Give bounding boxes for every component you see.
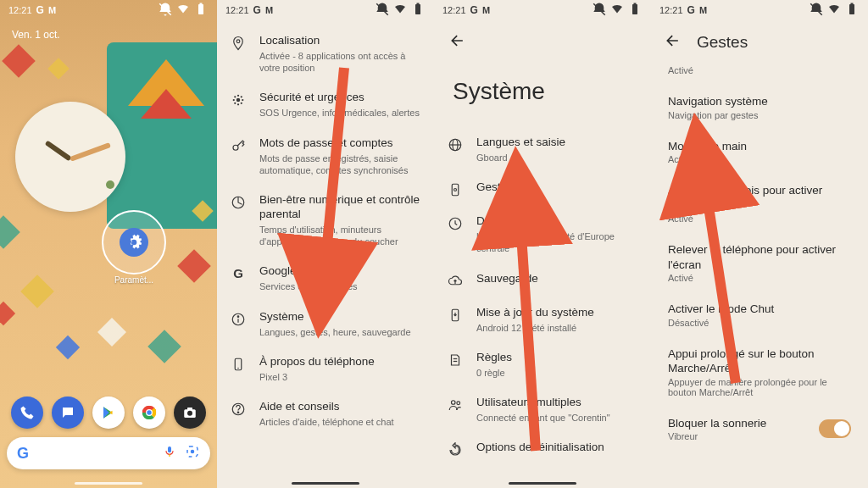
system-row-users[interactable]: Utilisateurs multiplesConnecté en tant q… <box>434 387 651 432</box>
settings-row-passwords[interactable]: Mots de passe et comptesMots de passe en… <box>217 128 434 185</box>
location-icon <box>229 34 248 74</box>
svg-point-20 <box>236 98 241 103</box>
svg-point-22 <box>242 99 243 101</box>
gestes-row-prev[interactable]: Activé <box>651 65 868 85</box>
svg-point-10 <box>187 411 192 416</box>
row-title: Gestes <box>476 180 637 195</box>
google-status-icon: G <box>687 4 695 16</box>
settings-row-location[interactable]: LocalisationActivée - 8 applications ont… <box>217 25 434 82</box>
row-sub: Appuyer de manière prolongée pour le bou… <box>668 377 851 397</box>
system-row-languages[interactable]: Langues et saisieGboard <box>434 127 651 172</box>
row-title: Options de réinitialisation <box>476 441 637 455</box>
google-status-icon: G <box>470 4 478 16</box>
play-store-icon[interactable] <box>92 396 125 429</box>
wellbeing-icon <box>229 193 248 247</box>
row-sub: UTC+02:00 Heure d'été d'Europe centrale <box>476 230 637 255</box>
row-sub: Gboard <box>476 152 637 164</box>
settings-row-system[interactable]: SystèmeLangues, gestes, heure, sauvegard… <box>217 302 434 347</box>
wifi-icon <box>609 2 625 19</box>
svg-point-51 <box>452 401 456 405</box>
svg-point-27 <box>234 103 236 104</box>
settings-app-icon[interactable]: Paramèt... <box>102 210 166 274</box>
chrome-app-icon[interactable] <box>133 396 165 429</box>
home-date[interactable]: Ven. 1 oct. <box>12 29 60 41</box>
gear-icon <box>120 228 148 257</box>
svg-point-21 <box>237 95 239 97</box>
system-row-rules[interactable]: Règles0 règle <box>434 342 651 387</box>
status-bar: 12:21 G M <box>651 0 868 20</box>
row-sub: Activé <box>668 65 851 75</box>
nav-handle[interactable] <box>292 482 359 485</box>
settings-row-help[interactable]: Aide et conseilsArticles d'aide, télépho… <box>217 391 434 436</box>
row-title: Bien-être numérique et contrôle parental <box>259 193 420 222</box>
status-bar: 12:21 G M <box>434 0 651 20</box>
svg-rect-55 <box>849 4 854 14</box>
wifi-icon <box>392 2 408 19</box>
page-title: Système <box>434 53 651 122</box>
home-screen: 12:21 G M Ven. 1 oct. Paramèt... <box>0 0 217 488</box>
camera-app-icon[interactable] <box>174 396 206 429</box>
dnd-icon <box>375 2 390 19</box>
battery-icon <box>410 2 426 19</box>
row-title: Sauvegarde <box>476 272 637 286</box>
row-sub: Activé <box>668 154 851 164</box>
phone-app-icon[interactable] <box>11 396 43 429</box>
row-title: Relever le téléphone pour activer l'écra… <box>668 242 851 272</box>
status-bar: 12:21 G M <box>217 0 434 20</box>
settings-row-safety[interactable]: Sécurité et urgencesSOS Urgence, infos m… <box>217 82 434 127</box>
svg-point-33 <box>237 316 239 318</box>
system-row-gestures[interactable]: Gestes <box>434 172 651 206</box>
gestes-row-ring[interactable]: Bloquer la sonnerie Vibreur <box>651 407 868 452</box>
dnd-icon <box>592 2 607 19</box>
gestes-row-onehand[interactable]: Mode une main Activé <box>651 130 868 175</box>
row-title: Langues et saisie <box>476 136 637 150</box>
settings-row-wellbeing[interactable]: Bien-être numérique et contrôle parental… <box>217 185 434 256</box>
clock-widget[interactable] <box>15 102 125 212</box>
system-row-backup[interactable]: Sauvegarde <box>434 263 651 297</box>
reset-icon <box>446 441 465 458</box>
system-row-datetime[interactable]: Date et heureUTC+02:00 Heure d'été d'Eur… <box>434 206 651 263</box>
system-row-reset[interactable]: Options de réinitialisation <box>434 432 651 466</box>
svg-point-52 <box>457 402 460 405</box>
row-title: Mode une main <box>668 139 851 154</box>
row-sub: Temps d'utilisation, minuteurs d'applica… <box>259 224 420 248</box>
gestures-screen: 12:21 G M Gestes Activé Navigation systè… <box>651 0 868 488</box>
toggle-switch[interactable] <box>819 419 851 438</box>
back-button[interactable] <box>665 32 682 53</box>
search-bar[interactable]: G <box>7 437 210 469</box>
mic-icon[interactable] <box>163 445 176 462</box>
system-row-update[interactable]: Mise à jour du systèmeAndroid 12 a été i… <box>434 297 651 342</box>
svg-point-23 <box>237 104 239 106</box>
lens-icon[interactable] <box>185 444 200 463</box>
row-sub: Mots de passe enregistrés, saisie automa… <box>259 152 420 177</box>
svg-rect-40 <box>632 4 637 14</box>
gestes-row-flip[interactable]: Activer le mode Chut Désactivé <box>651 292 868 337</box>
gestes-row-lift[interactable]: Relever le téléphone pour activer l'écra… <box>651 233 868 292</box>
system-screen: 12:21 G M Système Langues et saisieGboar… <box>434 0 651 488</box>
gestes-row-doubletap[interactable]: Appuyer deux fois pour activer l'écran A… <box>651 174 868 233</box>
phone-info-icon <box>229 355 248 383</box>
status-time: 12:21 <box>442 5 466 15</box>
backup-icon <box>446 272 465 289</box>
nav-handle[interactable] <box>509 482 576 485</box>
row-title: Aide et conseils <box>259 400 420 414</box>
back-button[interactable] <box>434 20 651 53</box>
svg-point-46 <box>454 189 457 191</box>
messages-app-icon[interactable] <box>52 396 84 429</box>
page-title: Gestes <box>697 33 748 52</box>
gestes-row-power[interactable]: Appui prolongé sur le bouton Marche/Arrê… <box>651 337 868 407</box>
gmail-status-icon: M <box>482 5 489 15</box>
row-sub: 0 règle <box>476 367 637 379</box>
settings-row-about[interactable]: À propos du téléphonePixel 3 <box>217 347 434 391</box>
dnd-icon <box>809 2 824 19</box>
row-sub: Activé <box>668 214 851 224</box>
row-sub: Pixel 3 <box>259 371 420 383</box>
svg-rect-17 <box>415 4 420 14</box>
settings-list: LocalisationActivée - 8 applications ont… <box>217 20 434 441</box>
gestes-row-nav[interactable]: Navigation système Navigation par gestes <box>651 85 868 130</box>
settings-row-google[interactable]: G GoogleServices et préférences <box>217 256 434 301</box>
row-title: Appui prolongé sur le bouton Marche/Arrê… <box>668 347 851 376</box>
nav-handle[interactable] <box>75 482 142 485</box>
settings-main-screen: 12:21 G M LocalisationActivée - 8 applic… <box>217 0 434 488</box>
row-sub: Android 12 a été installé <box>476 322 637 334</box>
